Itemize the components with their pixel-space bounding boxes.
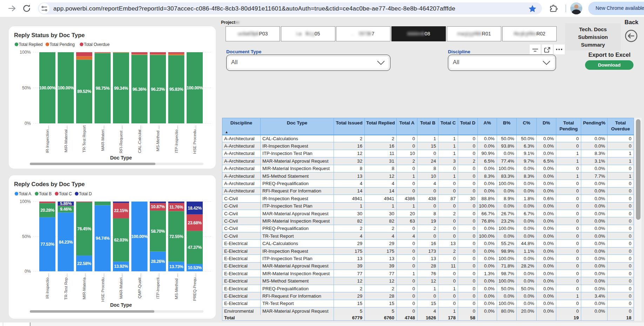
svg-text:22.58%: 22.58% — [77, 261, 91, 266]
svg-text:MS-Method …: MS-Method … — [174, 273, 179, 299]
svg-text:100.00%: 100.00% — [39, 86, 55, 90]
svg-text:62.03%: 62.03% — [114, 238, 128, 243]
svg-text:10.53%: 10.53% — [188, 265, 202, 270]
svg-text:94.74%: 94.74% — [96, 236, 110, 241]
svg-text:22.15%: 22.15% — [114, 208, 128, 213]
svg-text:23.68%: 23.68% — [188, 220, 202, 225]
svg-text:RFI-Request …: RFI-Request … — [119, 125, 123, 153]
svg-text:5.86%: 5.86% — [60, 201, 72, 206]
svg-text:0%: 0% — [25, 121, 31, 126]
svg-text:Reply Status by Doc Type: Reply Status by Doc Type — [14, 32, 85, 38]
svg-text:QMP-Qualit…: QMP-Qualit… — [137, 273, 142, 298]
svg-text:98.75%: 98.75% — [96, 86, 110, 91]
svg-text:MS-Method …: MS-Method … — [155, 125, 160, 151]
svg-text:Total B: Total B — [39, 191, 52, 196]
svg-text:TR-Test Rep…: TR-Test Rep… — [63, 273, 68, 300]
svg-text:MAR-Materi…: MAR-Materi… — [100, 125, 105, 151]
svg-text:IR-Inspectio…: IR-Inspectio… — [45, 273, 50, 299]
svg-text:84.23%: 84.23% — [59, 240, 73, 245]
svg-text:13.73%: 13.73% — [169, 264, 183, 269]
svg-text:96.36%: 96.36% — [133, 87, 147, 92]
svg-text:ITP-Inspecti…: ITP-Inspecti… — [155, 273, 160, 299]
svg-text:18.42%: 18.42% — [188, 206, 202, 211]
svg-text:58.70%: 58.70% — [151, 229, 165, 234]
svg-text:Total Overdue: Total Overdue — [84, 42, 110, 47]
svg-text:Doc Type: Doc Type — [110, 155, 132, 161]
svg-text:100.00%: 100.00% — [131, 234, 147, 239]
svg-text:100%: 100% — [20, 50, 31, 55]
svg-text:95.83%: 95.83% — [169, 87, 183, 92]
svg-text:HSE Procedu…: HSE Procedu… — [192, 125, 197, 154]
svg-text:10.87%: 10.87% — [151, 204, 165, 209]
svg-text:100%: 100% — [20, 199, 31, 204]
svg-text:11.76%: 11.76% — [169, 205, 183, 210]
svg-text:CAL-Calculat…: CAL-Calculat… — [137, 125, 142, 153]
svg-text:50%: 50% — [22, 86, 31, 90]
svg-text:PREQ-Prequ…: PREQ-Prequ… — [192, 273, 197, 301]
svg-text:99.34%: 99.34% — [114, 86, 128, 91]
svg-text:13.92%: 13.92% — [114, 264, 128, 269]
svg-text:9.46%: 9.46% — [60, 207, 72, 212]
svg-text:20.28%: 20.28% — [40, 208, 54, 213]
svg-text:MAR-Materi…: MAR-Materi… — [119, 273, 123, 299]
svg-text:TR-Test Report: TR-Test Report — [82, 125, 87, 152]
svg-text:Total Replied: Total Replied — [19, 42, 43, 47]
svg-text:47.37%: 47.37% — [188, 245, 202, 250]
svg-text:77.53%: 77.53% — [40, 242, 54, 247]
svg-text:IR-Inspection…: IR-Inspection… — [45, 125, 50, 153]
svg-text:28.26%: 28.26% — [151, 259, 165, 264]
svg-text:Total D: Total D — [79, 191, 92, 196]
svg-text:0%: 0% — [25, 269, 31, 274]
svg-text:Doc Type: Doc Type — [110, 302, 132, 308]
svg-text:ITP-Inspectio…: ITP-Inspectio… — [174, 125, 179, 153]
svg-text:89.52%: 89.52% — [77, 89, 91, 94]
svg-text:HSE Procedu…: HSE Procedu… — [100, 273, 105, 302]
svg-text:100.00%: 100.00% — [58, 86, 74, 90]
svg-text:MIR-Material…: MIR-Material… — [63, 125, 68, 152]
svg-text:50%: 50% — [22, 234, 31, 239]
svg-text:72.55%: 72.55% — [169, 234, 183, 239]
svg-text:Total C: Total C — [59, 191, 72, 196]
svg-text:100.00%: 100.00% — [187, 86, 203, 90]
svg-text:MIR-Materia…: MIR-Materia… — [82, 273, 87, 299]
svg-text:Reply Codes by Doc Type: Reply Codes by Doc Type — [14, 181, 85, 187]
svg-text:96.23%: 96.23% — [151, 87, 165, 92]
svg-text:Total Pending: Total Pending — [50, 42, 75, 47]
svg-text:76.45%: 76.45% — [77, 226, 91, 231]
svg-text:Total A: Total A — [19, 191, 32, 196]
